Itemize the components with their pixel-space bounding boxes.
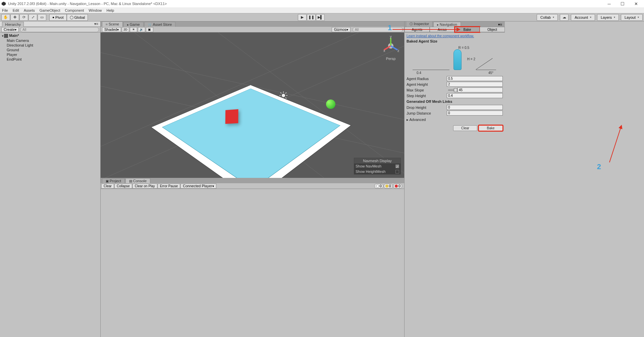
show-navmesh-checkbox[interactable]: ✓: [395, 164, 399, 168]
hierarchy-item[interactable]: Directional Light: [0, 43, 100, 48]
pause-button[interactable]: ❚❚: [307, 14, 316, 21]
shading-mode-dropdown[interactable]: Shaded ▾: [102, 27, 121, 32]
tab-navigation[interactable]: ▸ Navigation: [433, 22, 461, 27]
hierarchy-search-input[interactable]: [20, 27, 99, 32]
player-cube-visual: [225, 109, 238, 124]
menu-assets[interactable]: Assets: [24, 8, 35, 12]
scene-tab-strip: ⌗ Scene ▸ Game 🛒 Asset Store: [101, 21, 404, 27]
console-error-pause-toggle[interactable]: Error Pause: [158, 184, 180, 189]
global-toggle[interactable]: ◯ Global: [67, 14, 88, 21]
console-clear-button[interactable]: Clear: [101, 184, 114, 189]
maximize-button[interactable]: ☐: [616, 1, 629, 6]
audio-toggle[interactable]: 🔊: [138, 27, 145, 32]
rotate-tool[interactable]: ⟳: [19, 14, 28, 21]
panel-menu-icon[interactable]: ▾≡: [94, 22, 98, 26]
jump-distance-input[interactable]: [447, 111, 503, 116]
svg-text:y: y: [390, 36, 392, 39]
close-button[interactable]: ✕: [629, 1, 643, 6]
error-count-badge[interactable]: 0: [393, 184, 402, 189]
minimize-button[interactable]: ─: [602, 1, 616, 6]
window-titlebar: Unity 2017.2.0f3 (64bit) - Main.unity - …: [0, 0, 644, 7]
hand-tool[interactable]: ✋: [1, 14, 10, 21]
menu-gameobject[interactable]: GameObject: [40, 8, 60, 12]
show-heightmesh-label: Show HeightMesh: [356, 170, 385, 174]
unity-logo-icon: [1, 1, 6, 6]
ground-plane-visual: [161, 59, 345, 178]
bake-navmesh-button[interactable]: Bake: [479, 125, 503, 131]
console-tab-strip: ▣ Project ▤ Console: [101, 178, 404, 183]
layout-dropdown[interactable]: Layout: [621, 14, 643, 21]
clear-navmesh-button[interactable]: Clear: [453, 125, 477, 131]
console-collapse-toggle[interactable]: Collapse: [114, 184, 132, 189]
annotation-number-1: 1: [388, 23, 392, 32]
hierarchy-create-dropdown[interactable]: Create ▾: [1, 27, 19, 32]
rect-tool[interactable]: ▭: [38, 14, 46, 21]
max-slope-input[interactable]: [458, 87, 503, 92]
scene-orientation-gizmo[interactable]: yxz Persp: [381, 36, 401, 63]
layers-dropdown[interactable]: Layers: [597, 14, 619, 21]
main-toolbar: ✋ ✥ ⟳ ⤢ ▭ ● Pivot ◯ Global ▶ ❚❚ ▶▌ Colla…: [0, 13, 644, 21]
navmesh-display-header: Navmesh Display: [354, 158, 400, 163]
scene-root[interactable]: Main*: [0, 33, 100, 38]
svg-line-12: [280, 92, 281, 93]
drop-height-label: Drop Height: [407, 106, 447, 110]
console-output: [101, 189, 404, 337]
window-title: Unity 2017.2.0f3 (64bit) - Main.unity - …: [8, 2, 167, 6]
menu-help[interactable]: Help: [106, 8, 114, 12]
fx-toggle[interactable]: ▣: [146, 27, 153, 32]
menu-component[interactable]: Component: [65, 8, 84, 12]
show-navmesh-label: Show NavMesh: [356, 164, 381, 168]
tab-inspector[interactable]: ⓘ Inspector: [406, 21, 433, 27]
viz-slope-label: 45°: [488, 71, 493, 75]
persp-label[interactable]: Persp: [381, 57, 401, 61]
2d-toggle[interactable]: 2D: [122, 27, 129, 32]
drop-height-input[interactable]: [447, 105, 503, 110]
show-heightmesh-checkbox[interactable]: [395, 170, 399, 174]
component-workflow-link[interactable]: Learn instead about the component workfl…: [407, 34, 474, 38]
menu-file[interactable]: File: [2, 8, 8, 12]
viz-height-label: H = 2: [467, 57, 475, 61]
services-button[interactable]: ☁: [560, 14, 569, 21]
tab-project[interactable]: ▣ Project: [102, 178, 125, 183]
gizmos-dropdown[interactable]: Gizmos ▾: [332, 27, 351, 32]
navmesh-display-overlay: Navmesh Display Show NavMesh✓ Show Heigh…: [354, 158, 401, 175]
panel-menu-icon[interactable]: ▾≡: [497, 22, 503, 27]
agent-radius-input[interactable]: [447, 76, 503, 81]
step-button[interactable]: ▶▌: [316, 14, 325, 21]
hierarchy-item[interactable]: Ground: [0, 48, 100, 52]
offmesh-links-header: Generated Off Mesh Links: [407, 99, 503, 104]
tab-scene[interactable]: ⌗ Scene: [102, 21, 123, 27]
tab-asset-store[interactable]: 🛒 Asset Store: [144, 22, 176, 27]
tab-console[interactable]: ▤ Console: [125, 178, 150, 183]
hierarchy-item[interactable]: Player: [0, 52, 100, 57]
svg-marker-0: [2, 2, 6, 6]
move-tool[interactable]: ✥: [10, 14, 19, 21]
info-count-badge[interactable]: 0: [374, 184, 383, 189]
advanced-foldout[interactable]: ▸ Advanced: [407, 118, 426, 122]
collab-dropdown[interactable]: Collab: [537, 14, 558, 21]
scene-view[interactable]: yxz Persp Navmesh Display Show NavMesh✓ …: [101, 32, 404, 178]
tab-game[interactable]: ▸ Game: [123, 22, 144, 27]
max-slope-slider[interactable]: [448, 89, 456, 91]
nav-subtab-object[interactable]: Object: [480, 27, 505, 32]
agent-height-input[interactable]: [447, 82, 503, 87]
play-button[interactable]: ▶: [298, 14, 307, 21]
jump-distance-label: Jump Distance: [407, 111, 447, 115]
hierarchy-tab[interactable]: Hierarchy: [2, 22, 24, 27]
lighting-toggle[interactable]: ☀: [130, 27, 137, 32]
hierarchy-item[interactable]: EndPoint: [0, 57, 100, 62]
menu-window[interactable]: Window: [89, 8, 102, 12]
pivot-toggle[interactable]: ● Pivot: [49, 14, 67, 21]
step-height-label: Step Height: [407, 94, 447, 98]
console-clear-on-play-toggle[interactable]: Clear on Play: [132, 184, 157, 189]
scale-tool[interactable]: ⤢: [29, 14, 37, 21]
console-connected-player-dropdown[interactable]: Connected Player ▾: [180, 184, 216, 189]
menu-edit[interactable]: Edit: [13, 8, 19, 12]
hierarchy-item[interactable]: Main Camera: [0, 38, 100, 43]
svg-line-15: [285, 92, 286, 93]
warn-count-badge[interactable]: 0: [384, 184, 393, 189]
viz-step-label: 0.4: [417, 71, 421, 75]
step-height-input[interactable]: [447, 93, 503, 98]
agent-size-visualization: R = 0.5 H = 2 0.4 45°: [407, 45, 503, 75]
account-dropdown[interactable]: Account: [571, 14, 595, 21]
